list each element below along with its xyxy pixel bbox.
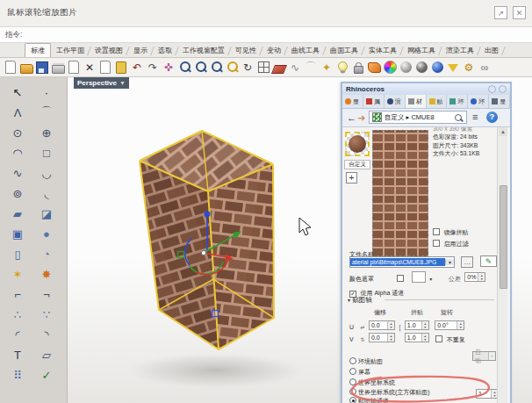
scrollbar-thumb[interactable] xyxy=(500,185,507,289)
sphere-gray-icon[interactable] xyxy=(398,59,413,76)
freeform-curve-icon[interactable]: ∿ xyxy=(8,163,27,183)
handle-icon[interactable]: ◝ xyxy=(37,325,56,344)
panel-tab-display2[interactable]: 显 xyxy=(489,95,510,108)
mapping-section-header[interactable]: ▾ 贴图轴 xyxy=(348,296,372,305)
ribbon-tab-设置视图[interactable]: 设置视图 xyxy=(90,44,128,57)
box-icon[interactable]: ▣ xyxy=(8,224,27,243)
rotate-view-icon[interactable]: ↻ xyxy=(240,59,255,76)
forward-arrow-icon[interactable]: ➜ xyxy=(357,112,365,124)
blend-curve-icon[interactable]: ◡ xyxy=(37,163,56,183)
viewport-layout-icon[interactable] xyxy=(255,59,271,76)
gumball-blue-scale-handle[interactable] xyxy=(212,311,219,317)
panel-tab-environment[interactable]: 环 xyxy=(447,95,468,108)
plane-icon[interactable]: ▱ xyxy=(37,345,56,364)
ribbon-tab-出图[interactable]: 出图 xyxy=(479,44,504,57)
close-icon[interactable]: ✕ xyxy=(513,6,526,19)
print-icon[interactable] xyxy=(50,59,66,76)
filtering-checkbox[interactable] xyxy=(433,240,440,247)
help-icon[interactable]: ? xyxy=(486,112,498,123)
filter-icon[interactable] xyxy=(445,59,461,76)
ribbon-tab-可见性[interactable]: 可见性 xyxy=(230,44,262,57)
ribbon-tab-网格工具[interactable]: 网格工具 xyxy=(402,44,441,57)
curve-tool-icon[interactable]: ∿ xyxy=(287,59,303,76)
ribbon-tab-显示[interactable]: 显示 xyxy=(128,44,153,57)
shaded-surface-icon[interactable] xyxy=(366,59,382,76)
circle-tangent-icon[interactable]: ⊚ xyxy=(8,184,27,203)
arc-blend-icon[interactable]: ◟ xyxy=(37,184,56,203)
fillet-icon[interactable]: ⌐ xyxy=(8,284,27,304)
curve-edit-icon[interactable]: ◜ xyxy=(8,325,27,344)
lightbulb-icon[interactable] xyxy=(334,59,350,76)
gumball-center[interactable] xyxy=(201,250,205,255)
viewport-menu-caret-icon[interactable]: ▼ xyxy=(119,80,126,86)
polyline-icon[interactable]: Λ xyxy=(8,103,27,122)
flash-icon[interactable]: ✸ xyxy=(37,264,56,284)
selection-arrow-icon[interactable]: ↖ xyxy=(8,83,27,102)
no-repeat-checkbox[interactable] xyxy=(435,335,442,342)
breadcrumb-field[interactable]: 自定义 ▸ CMUE8 xyxy=(369,111,467,124)
radio-mapping-channel-button[interactable] xyxy=(349,397,356,403)
panel-close-icon[interactable] xyxy=(499,85,507,93)
sphere-icon[interactable]: ● xyxy=(37,224,56,243)
v-offset-input[interactable]: 0.0▴▾ xyxy=(369,333,395,342)
panel-titlebar[interactable]: Rhinoceros xyxy=(342,83,510,95)
command-bar[interactable]: 指令: xyxy=(0,26,532,43)
gumball-blue-handle[interactable] xyxy=(205,212,211,218)
v-repeat-input[interactable]: 1.0▴▾ xyxy=(405,333,429,342)
surface-icon[interactable]: ▰ xyxy=(8,204,27,223)
ribbon-tab-曲面工具[interactable]: 曲面工具 xyxy=(325,44,363,57)
text-icon[interactable]: T xyxy=(8,345,27,364)
zoom-window-icon[interactable] xyxy=(208,59,224,76)
viewport-title[interactable]: Perspective▼ xyxy=(74,77,129,89)
file-path-field[interactable]: aterial pix\Bitmaps\CMUE8.JPG ▾ xyxy=(349,256,455,268)
panel-tab-properties[interactable]: 属 xyxy=(363,95,385,108)
zoom-in-icon[interactable] xyxy=(176,59,192,76)
gears-icon[interactable]: ⚙ xyxy=(461,59,477,76)
filtering-option[interactable]: 启用过滤 xyxy=(433,234,468,249)
rectangle-icon[interactable]: □ xyxy=(37,143,56,162)
browse-file-button[interactable]: … xyxy=(461,256,473,268)
redo-icon[interactable]: ↷ xyxy=(145,59,161,76)
panel-tab-display[interactable]: 显 xyxy=(342,95,363,108)
curve-icon[interactable]: ⌒ xyxy=(37,103,56,122)
ribbon-tab-工作视窗配置[interactable]: 工作视窗配置 xyxy=(177,44,230,57)
ribbon-tab-标准[interactable]: 标准 xyxy=(25,43,51,57)
pan-icon[interactable]: ✜ xyxy=(161,59,176,76)
cylinder-icon[interactable]: ▯ xyxy=(8,244,27,263)
add-material-button[interactable]: + xyxy=(346,172,357,184)
panel-tab-rendering[interactable]: 渲 xyxy=(385,95,406,108)
points-icon[interactable]: ∵ xyxy=(37,305,56,324)
save-icon[interactable] xyxy=(34,59,50,76)
scrollbar-up-icon[interactable]: ▲ xyxy=(499,127,507,136)
chamfer-icon[interactable]: ¬ xyxy=(37,284,56,304)
ribbon-tab-变动[interactable]: 变动 xyxy=(262,44,286,57)
search-icon[interactable] xyxy=(455,114,462,121)
arc-icon[interactable]: ◠ xyxy=(8,143,27,162)
panel-tab-environment2[interactable]: 环 xyxy=(468,95,489,108)
lock-icon[interactable] xyxy=(350,59,366,76)
color-mask-swatch[interactable] xyxy=(412,271,426,283)
radio-mapping-channel[interactable]: 贴图轴通道 xyxy=(349,391,389,403)
chain-icon[interactable]: ∞ xyxy=(477,59,492,76)
sphere-half-icon[interactable] xyxy=(413,59,429,76)
ribbon-tab-曲线工具[interactable]: 曲线工具 xyxy=(286,44,325,57)
hamburger-menu-icon[interactable]: ≡ xyxy=(472,112,478,122)
popout-icon[interactable]: ↗ xyxy=(494,6,507,19)
cone-icon[interactable]: ◔ xyxy=(37,244,56,263)
undo-icon[interactable]: ↶ xyxy=(129,59,145,76)
back-arrow-icon[interactable]: ← xyxy=(347,112,356,124)
color-wheel-icon[interactable] xyxy=(382,59,398,76)
new-file-icon[interactable] xyxy=(3,59,18,76)
panel-tab-materials[interactable]: 材 xyxy=(406,95,427,108)
ribbon-tab-渲染工具[interactable]: 渲染工具 xyxy=(441,44,479,57)
zoom-out-icon[interactable] xyxy=(192,59,208,76)
arc-tool-icon[interactable]: ⌒ xyxy=(303,59,319,76)
ribbon-tab-工作平面[interactable]: 工作平面 xyxy=(51,44,90,57)
axis-icon[interactable]: ✦ xyxy=(319,59,334,76)
explode-icon[interactable]: ✶ xyxy=(8,264,27,284)
copy-icon[interactable] xyxy=(97,59,113,76)
mapping-channel-input[interactable]: 1▴▾ xyxy=(476,389,499,399)
ellipse-icon[interactable]: ⊕ xyxy=(37,123,56,142)
array-icon[interactable]: ⠿ xyxy=(8,365,27,385)
open-file-icon[interactable] xyxy=(18,59,34,76)
